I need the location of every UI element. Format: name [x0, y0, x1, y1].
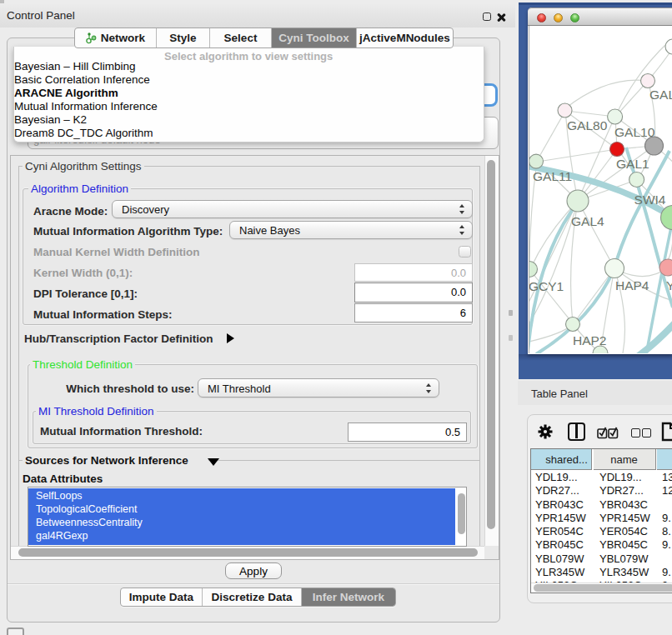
svg-text:GAL80: GAL80: [567, 118, 608, 132]
svg-text:SWI4: SWI4: [634, 192, 666, 207]
svg-text:GAL11: GAL11: [533, 169, 572, 183]
svg-text:GAL4: GAL4: [571, 214, 604, 228]
svg-text:GAL10: GAL10: [614, 125, 655, 139]
svg-text:YE: YE: [666, 278, 672, 292]
svg-text:GCY1: GCY1: [529, 279, 564, 293]
svg-text:HAP4: HAP4: [615, 278, 649, 292]
svg-text:GAL1: GAL1: [616, 157, 649, 171]
svg-text:HAP2: HAP2: [573, 333, 607, 348]
svg-text:GAL2: GAL2: [649, 88, 672, 102]
